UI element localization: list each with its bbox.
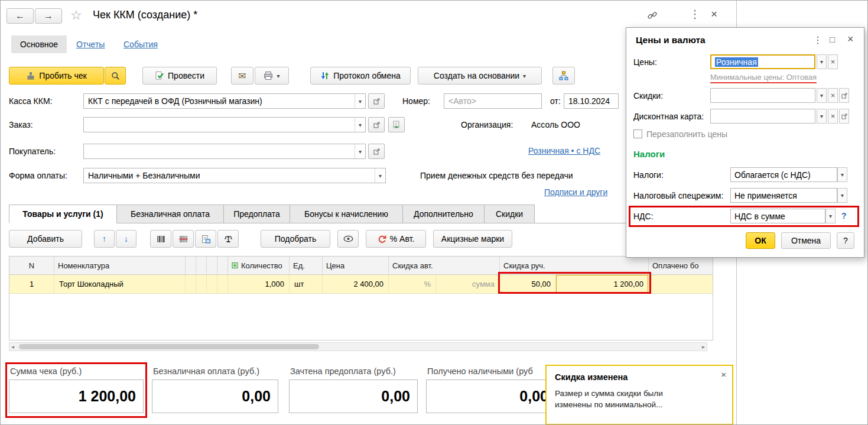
barcode-scan-button[interactable] (173, 230, 194, 248)
col-header-flag2[interactable] (196, 257, 207, 274)
cell-flag3[interactable] (207, 275, 217, 293)
tab-cashless-payment[interactable]: Безналичная оплата (116, 205, 224, 223)
col-header-flag4[interactable] (217, 257, 228, 274)
post-button[interactable]: Провести (142, 67, 217, 85)
auto-discount-button[interactable]: % Авт. (366, 230, 426, 248)
order-dropdown-icon[interactable]: ▾ (355, 118, 365, 132)
cell-quantity[interactable]: 1,000 (228, 275, 290, 293)
taxes-field[interactable]: Облагается (с НДС) (730, 167, 837, 182)
tax-regime-dropdown-icon[interactable]: ▾ (837, 188, 847, 203)
col-header-discount-manual[interactable]: Скидка руч. (500, 257, 649, 274)
customer-dropdown-icon[interactable]: ▾ (355, 144, 365, 158)
prices-field[interactable]: Розничная (710, 54, 815, 69)
order-field[interactable]: ▾ (83, 117, 366, 132)
signatures-link[interactable]: Подписи и други (544, 187, 607, 197)
col-header-quantity[interactable]: Количество (228, 257, 290, 274)
help-button[interactable]: ? (837, 232, 854, 249)
col-header-nomenclature[interactable]: Номенклатура (54, 257, 186, 274)
col-header-unit[interactable]: Ед. (290, 257, 323, 274)
dialog-more-menu-icon[interactable]: ⋮ (813, 35, 823, 45)
print-button[interactable]: ▾ (255, 67, 289, 85)
cell-n[interactable]: 1 (9, 275, 54, 293)
scroll-left-icon[interactable]: ◂ (11, 343, 14, 350)
vat-help-link[interactable]: ? (841, 211, 847, 220)
prices-dropdown-icon[interactable]: ▾ (817, 54, 827, 69)
discounts-clear-icon[interactable]: × (828, 88, 838, 103)
tab-discounts[interactable]: Скидки (484, 205, 535, 223)
create-based-on-button[interactable]: Создать на основании ▾ (418, 67, 542, 85)
scroll-right-icon[interactable]: ▸ (702, 343, 705, 350)
cell-flag4[interactable] (217, 275, 228, 293)
punch-check-button[interactable]: Пробить чек (9, 67, 104, 85)
cell-discount-auto-sum[interactable]: сумма (436, 275, 500, 293)
discount-card-field[interactable] (710, 109, 815, 124)
cell-flag2[interactable] (196, 275, 207, 293)
date-field[interactable]: 18.10.2024 (564, 93, 619, 109)
order-open-button[interactable] (368, 117, 385, 132)
organization-value[interactable]: Ассоль ООО (531, 120, 580, 129)
tab-goods-services[interactable]: Товары и услуги (1) (9, 205, 117, 223)
document-structure-button[interactable] (552, 67, 575, 85)
cell-unit[interactable]: шт (290, 275, 323, 293)
tab-events[interactable]: События (123, 40, 158, 49)
cell-discount-manual-pct[interactable]: 50,00 (500, 275, 556, 293)
barcode-button[interactable] (150, 230, 171, 248)
refill-prices-checkbox[interactable] (633, 129, 642, 138)
price-type-link[interactable]: Розничная • с НДС (528, 146, 600, 155)
tab-reports[interactable]: Отчеты (76, 40, 105, 49)
dialog-close-icon[interactable]: × (847, 34, 854, 44)
horizontal-scrollbar[interactable]: ◂ ▸ (9, 342, 707, 351)
view-button[interactable] (337, 230, 359, 248)
load-document-button[interactable] (195, 230, 216, 248)
back-button[interactable]: ← (6, 8, 34, 24)
more-menu-icon[interactable]: ⋮ (690, 9, 700, 20)
number-field[interactable]: <Авто> (444, 93, 542, 109)
exchange-protocol-button[interactable]: Протокол обмена (310, 67, 411, 85)
table-row[interactable]: 1 Торт Шоколадный 1,000 шт 2 400,00 % су… (9, 275, 713, 294)
tab-bonuses[interactable]: Бонусы к начислению (290, 205, 403, 223)
forward-button[interactable]: → (35, 8, 62, 24)
col-header-flag3[interactable] (207, 257, 217, 274)
send-email-button[interactable]: ✉ (231, 67, 253, 85)
cell-price[interactable]: 2 400,00 (323, 275, 389, 293)
prices-clear-icon[interactable]: × (828, 54, 838, 69)
kkm-open-button[interactable] (368, 93, 385, 109)
payment-form-dropdown-icon[interactable]: ▾ (375, 168, 385, 183)
punch-check-search-button[interactable] (105, 67, 126, 85)
discount-card-dropdown-icon[interactable]: ▾ (817, 109, 827, 124)
dialog-maximize-icon[interactable]: □ (830, 35, 835, 44)
cell-nomenclature[interactable]: Торт Шоколадный (54, 275, 186, 293)
add-row-button[interactable]: Добавить (9, 230, 82, 248)
kkm-dropdown-icon[interactable]: ▾ (355, 94, 365, 108)
copy-link-icon[interactable] (647, 10, 658, 21)
tab-main[interactable]: Основное (11, 35, 67, 53)
cancel-button[interactable]: Отмена (781, 232, 831, 249)
col-header-discount-auto[interactable]: Скидка авт. (389, 257, 500, 274)
discount-card-open-icon[interactable] (839, 109, 849, 124)
move-row-up-button[interactable]: ↑ (94, 230, 115, 248)
discounts-open-icon[interactable] (839, 88, 849, 103)
cell-discount-manual-sum[interactable]: 1 200,00 (556, 275, 649, 293)
vat-field[interactable]: НДС в сумме (730, 209, 825, 223)
discount-card-clear-icon[interactable]: × (828, 109, 838, 124)
scales-button[interactable] (217, 230, 239, 248)
payment-form-field[interactable]: Наличными + Безналичными ▾ (83, 168, 386, 183)
favorite-star-icon[interactable]: ☆ (70, 8, 82, 23)
discounts-field[interactable] (710, 88, 815, 103)
notification-close-icon[interactable]: × (721, 369, 726, 379)
ok-button[interactable]: ОК (746, 232, 775, 249)
print-dropdown-icon[interactable]: ▾ (277, 73, 279, 79)
discounts-dropdown-icon[interactable]: ▾ (817, 88, 827, 103)
kkm-field[interactable]: ККТ с передачей в ОФД (Розничный магазин… (83, 93, 366, 109)
col-header-paid[interactable]: Оплачено бо (649, 257, 713, 274)
customer-field[interactable]: ▾ (83, 144, 366, 159)
tab-prepayment[interactable]: Предоплата (223, 205, 290, 223)
scrollbar-thumb[interactable] (19, 344, 319, 349)
move-row-down-button[interactable]: ↓ (116, 230, 136, 248)
col-header-n[interactable]: N (9, 257, 54, 274)
fill-from-order-button[interactable] (388, 117, 405, 132)
pick-items-button[interactable]: Подобрать (261, 230, 330, 248)
cell-paid[interactable] (649, 275, 713, 293)
close-window-icon[interactable]: × (711, 8, 717, 20)
customer-open-button[interactable] (368, 144, 385, 159)
